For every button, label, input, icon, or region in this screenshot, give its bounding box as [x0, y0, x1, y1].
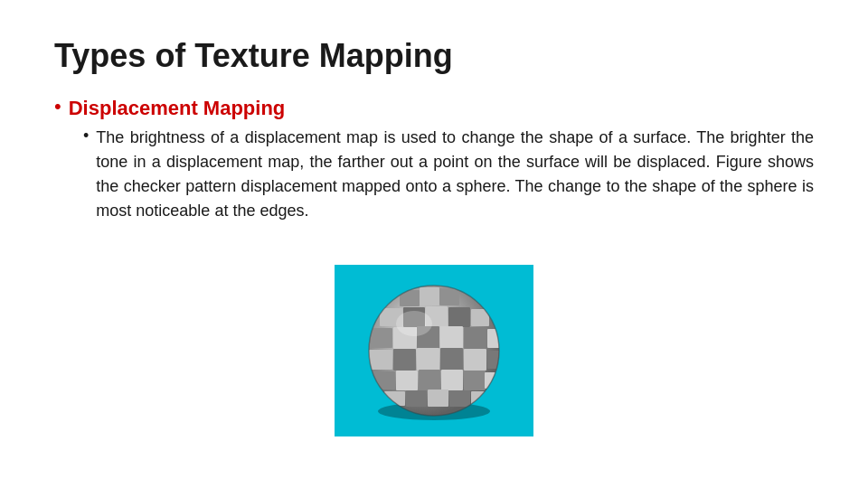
svg-rect-16	[464, 327, 486, 349]
svg-rect-21	[440, 348, 463, 371]
svg-rect-18	[369, 350, 392, 370]
svg-rect-19	[393, 349, 416, 371]
svg-rect-6	[439, 288, 459, 305]
slide-title: Types of Texture Mapping	[54, 36, 814, 75]
displacement-sphere-image	[335, 265, 533, 436]
bullet-level1: • Displacement Mapping	[54, 97, 814, 120]
bullet-l2-dot: •	[83, 127, 89, 145]
image-container	[54, 239, 814, 461]
svg-rect-32	[428, 389, 448, 407]
content-area: • Displacement Mapping • The brightness …	[54, 97, 814, 461]
bullet-l1-dot: •	[54, 95, 61, 118]
svg-rect-10	[448, 307, 470, 327]
bullet-level2: • The brightness of a displacement map i…	[83, 126, 814, 223]
bullet-l1-label: Displacement Mapping	[69, 97, 286, 120]
svg-rect-31	[406, 390, 427, 407]
svg-rect-28	[464, 371, 486, 390]
svg-rect-15	[440, 326, 463, 349]
svg-rect-5	[420, 287, 439, 305]
svg-rect-22	[464, 349, 486, 371]
slide: Types of Texture Mapping • Displacement …	[0, 0, 868, 488]
svg-rect-33	[449, 390, 470, 407]
svg-rect-20	[417, 348, 439, 371]
svg-point-35	[396, 311, 432, 336]
svg-rect-25	[396, 371, 418, 390]
svg-rect-26	[419, 370, 440, 390]
svg-rect-27	[441, 370, 463, 390]
bullet-l2-text: The brightness of a displacement map is …	[96, 126, 814, 223]
